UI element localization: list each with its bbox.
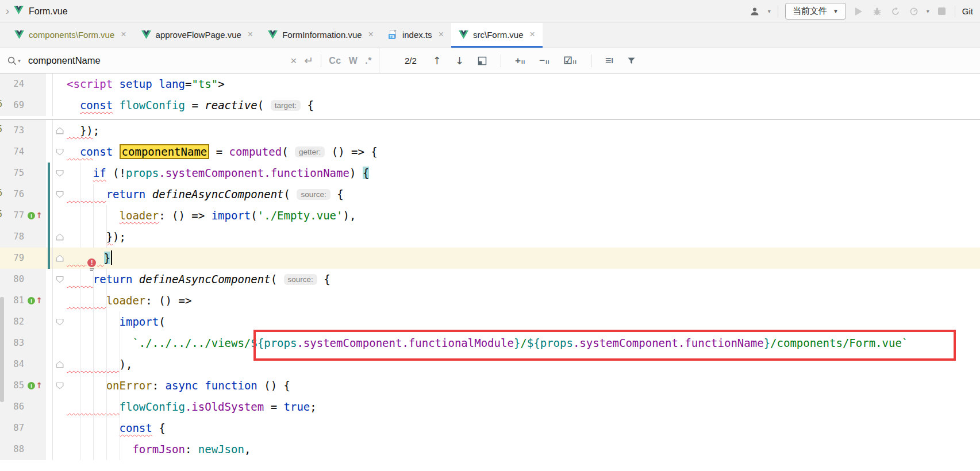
code-line-83[interactable]: 83 `./../../../views/${props.systemCompo…: [0, 333, 980, 354]
code-line-81[interactable]: 81I↑ loader: () =>: [0, 290, 980, 311]
code-line-80[interactable]: 80 return defineAsyncComponent( source: …: [0, 269, 980, 290]
open-in-find-window-button[interactable]: [478, 56, 487, 65]
regex-toggle[interactable]: .*: [365, 56, 372, 66]
code-token: [67, 379, 106, 392]
code-token: flowConfig: [120, 400, 185, 413]
tab-close-icon[interactable]: ×: [529, 29, 535, 40]
search-input[interactable]: componentName: [28, 55, 283, 66]
code-token: [67, 99, 80, 111]
vcs-change-bar[interactable]: [46, 205, 53, 226]
vcs-change-bar[interactable]: [46, 184, 53, 205]
separator: [778, 5, 778, 18]
run-button[interactable]: [853, 6, 864, 17]
tab-close-icon[interactable]: ×: [439, 29, 444, 40]
profiler-dropdown-caret-icon[interactable]: ▾: [927, 8, 929, 14]
next-occurrence-button[interactable]: ↓: [455, 55, 464, 67]
filter-search-lines-button[interactable]: ≡I: [605, 56, 613, 65]
tab-close-icon[interactable]: ×: [368, 29, 374, 40]
code-line-74[interactable]: 74 const componentName = computed( gette…: [0, 141, 980, 163]
clear-search-icon[interactable]: ×: [290, 55, 297, 67]
profiler-button[interactable]: [908, 6, 920, 17]
newline-icon[interactable]: ↵: [304, 54, 313, 67]
code-line-84[interactable]: 84 ),: [0, 354, 980, 375]
filter-button[interactable]: [627, 57, 636, 65]
match-case-toggle[interactable]: Cc: [329, 56, 341, 66]
code-token: async: [166, 379, 198, 392]
run-config-combo[interactable]: 当前文件 ▼: [785, 3, 846, 20]
fold-marker[interactable]: [56, 383, 64, 389]
code-text: const flowConfig = reactive( target: {: [67, 95, 980, 116]
tab-4-src-Form.vue[interactable]: src\Form.vue×: [451, 23, 543, 48]
gutter: 88: [0, 439, 46, 460]
bulb-base: [90, 270, 93, 271]
stop-button[interactable]: [936, 6, 948, 17]
code-line-75[interactable]: 75 if (!props.systemComponent.functionNa…: [0, 163, 980, 184]
code-line-78[interactable]: 78 });: [0, 226, 980, 248]
code-token: return: [93, 273, 133, 285]
search-field[interactable]: ▾ componentName × ↵ Cc W .*: [0, 48, 379, 73]
code-token: './Empty.vue': [258, 209, 343, 222]
vcs-change-bar: [46, 396, 53, 418]
code-token: {: [330, 188, 344, 200]
tab-1-approveFlowPage.vue[interactable]: approveFlowPage.vue×: [134, 23, 261, 48]
fold-marker[interactable]: [56, 128, 64, 134]
error-intention-icon[interactable]: !: [86, 258, 97, 271]
code-line-24[interactable]: 24<script setup lang="ts">: [0, 74, 980, 95]
code-text: loader: () =>: [67, 290, 980, 311]
gutter: 84: [0, 354, 46, 375]
fold-marker[interactable]: [56, 255, 64, 262]
code-line-77[interactable]: 77I↑ loader: () => import('./Empty.vue')…: [0, 205, 980, 226]
left-edge-scrollbar-thumb[interactable]: [0, 297, 4, 402]
code-line-79[interactable]: 79 ! }: [0, 248, 980, 269]
code-line-69[interactable]: 69 const flowConfig = reactive( target: …: [0, 95, 980, 116]
vcs-change-bar: [46, 269, 53, 290]
implements-gutter-icon[interactable]: I↑: [28, 382, 43, 389]
code-token: );: [113, 230, 126, 243]
code-line-73[interactable]: 73 });: [0, 120, 980, 141]
implements-gutter-icon[interactable]: I↑: [28, 212, 43, 219]
git-menu[interactable]: Git: [962, 6, 973, 16]
code-token: (!: [106, 167, 126, 179]
remove-occurrence-button[interactable]: −II: [539, 56, 549, 65]
fold-marker[interactable]: [56, 149, 64, 156]
code-line-85[interactable]: 85I↑ onError: async function () {: [0, 375, 980, 396]
code-line-86[interactable]: 86 flowConfig.isOldSystem = true;: [0, 396, 980, 418]
clipped-margin-digit: 6: [0, 99, 2, 109]
add-occurrence-button[interactable]: +II: [515, 56, 525, 65]
code-token: {: [301, 99, 314, 111]
tab-close-icon[interactable]: ×: [248, 29, 253, 40]
vcs-change-bar[interactable]: [46, 248, 53, 269]
fold-marker[interactable]: [56, 234, 64, 241]
user-icon[interactable]: [750, 6, 761, 17]
code-token: target:: [271, 100, 301, 111]
code-token: [67, 337, 132, 349]
tab-close-icon[interactable]: ×: [121, 29, 126, 40]
tab-3-index.ts[interactable]: TSindex.ts×: [381, 23, 451, 48]
implements-gutter-icon[interactable]: I↑: [28, 297, 43, 304]
select-all-occurrences-button[interactable]: ☑II: [563, 56, 577, 65]
previous-occurrence-button[interactable]: ↑: [433, 55, 441, 67]
user-dropdown-caret-icon[interactable]: ▾: [768, 8, 771, 14]
vcs-change-bar: [46, 439, 53, 460]
fold-marker[interactable]: [56, 361, 64, 368]
fold-marker[interactable]: [56, 319, 64, 326]
debug-button[interactable]: [871, 6, 883, 17]
code-line-82[interactable]: 82 import(: [0, 311, 980, 333]
code-token: () {: [258, 379, 290, 392]
fold-marker[interactable]: [56, 276, 64, 283]
fold-marker[interactable]: [56, 170, 64, 177]
search-icon[interactable]: ▾: [7, 56, 21, 66]
fold-marker[interactable]: [56, 191, 64, 198]
words-toggle[interactable]: W: [349, 56, 358, 66]
vcs-change-bar[interactable]: [46, 163, 53, 184]
tab-0-components-Form.vue[interactable]: components\Form.vue×: [7, 23, 134, 48]
code-token: [132, 273, 139, 285]
run-with-coverage-button[interactable]: [890, 6, 901, 17]
code-line-88[interactable]: 88 formJson: newJson,: [0, 439, 980, 460]
code-line-87[interactable]: 87 const {: [0, 418, 980, 439]
code-line-76[interactable]: 76 return defineAsyncComponent( source: …: [0, 184, 980, 205]
vcs-change-bar[interactable]: [46, 226, 53, 248]
breadcrumb[interactable]: Form.vue: [14, 6, 68, 17]
tab-2-FormInformation.vue[interactable]: FormInformation.vue×: [260, 23, 381, 48]
stop-icon: [938, 7, 946, 15]
